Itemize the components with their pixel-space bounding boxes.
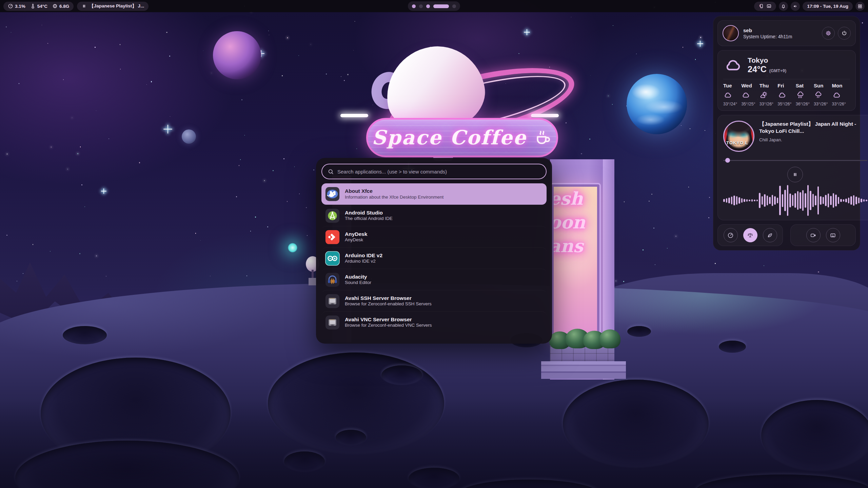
workspace-dot[interactable] (452, 4, 456, 8)
search-icon (328, 168, 334, 175)
app-name: AnyDesk (345, 231, 367, 237)
network-app-icon (325, 315, 340, 330)
workspace-dot[interactable] (426, 4, 430, 8)
clock-pill[interactable]: 17:09 - Tue, 19 Aug (803, 2, 853, 11)
album-art: TOKYO L (723, 121, 754, 152)
forecast-day: Fri35°/26° (777, 83, 795, 106)
performance-mode-button[interactable] (724, 228, 738, 242)
track-subtitle: Chill Japan. (759, 137, 867, 142)
app-row[interactable]: Avahi SSH Server BrowserBrowse for Zeroc… (321, 290, 547, 311)
screenshot-icon (830, 232, 836, 239)
forecast-temps: 33°/24° (723, 102, 737, 106)
app-row[interactable]: Arduino IDE v2Arduino IDE v2 (321, 247, 547, 269)
thermometer-icon (30, 3, 36, 9)
app-name: About Xfce (345, 188, 443, 194)
xfce-app-icon (325, 186, 340, 202)
notifications-button[interactable] (779, 2, 788, 11)
app-row[interactable]: Android StudioThe official Android IDE (321, 205, 547, 226)
app-description: Sound Editor (345, 280, 371, 286)
earth-planet (627, 74, 687, 134)
drizzle-icon (814, 90, 823, 100)
arduino-app-icon (325, 251, 340, 266)
workspace-dot[interactable] (419, 4, 423, 8)
search-box[interactable] (321, 164, 547, 179)
forecast-temps: 33°/26° (814, 102, 828, 106)
foreground-shadow (0, 400, 868, 488)
audacity-app-icon (325, 272, 340, 287)
audio-visualizer (723, 184, 867, 217)
app-name: Android Studio (345, 209, 393, 216)
cpu-temperature: 54°C (37, 4, 47, 9)
rain-icon (796, 90, 805, 100)
power-icon (841, 30, 847, 36)
app-row[interactable]: Avahi VNC Server BrowserBrowse for Zeroc… (321, 311, 547, 333)
search-input[interactable] (337, 169, 540, 175)
settings-button[interactable] (822, 27, 835, 40)
app-description: AnyDesk (345, 237, 367, 243)
bell-icon (781, 4, 786, 9)
top-bar: 3.1% 54°C 6.8G 【Japanese Playlist】 J... … (0, 0, 868, 12)
wallpaper-icon[interactable] (766, 3, 772, 9)
forecast-day-label: Thu (760, 83, 769, 88)
forecast-day: Sat36°/26° (796, 83, 814, 106)
screen-record-button[interactable] (806, 228, 821, 242)
app-row[interactable]: AudacitySound Editor (321, 269, 547, 290)
app-name: Avahi VNC Server Browser (345, 316, 432, 323)
seek-slider[interactable] (723, 158, 867, 163)
chip-icon (52, 3, 58, 9)
now-playing-label: 【Japanese Playlist】 J... (89, 3, 144, 9)
seek-slider-thumb[interactable] (725, 158, 730, 163)
window-neon-text: oon (551, 210, 597, 234)
screenshot-button[interactable] (826, 228, 840, 242)
track-title: 【Japanese Playlist】 Japan All Night - To… (759, 121, 867, 135)
forecast-day: Sun33°/26° (814, 83, 832, 106)
forecast-temps: 35°/26° (777, 102, 791, 106)
forecast-temps: 33°/26° (832, 102, 846, 106)
app-description: The official Android IDE (345, 216, 393, 222)
user-avatar (723, 25, 739, 41)
glowing-orb (288, 243, 298, 253)
app-name: Avahi SSH Server Browser (345, 295, 432, 301)
weather-forecast: Tue33°/24°Wed35°/25°Thu33°/26°Fri35°/26°… (723, 83, 850, 106)
star-sparkle (101, 188, 106, 194)
app-grid-button[interactable] (855, 2, 865, 11)
workspace-dot[interactable] (412, 4, 416, 8)
leaf-icon (767, 232, 773, 239)
workspace-active[interactable] (433, 4, 449, 8)
roof-light (531, 114, 559, 117)
play-pause-button[interactable] (787, 167, 803, 182)
clock-label: 17:09 - Tue, 19 Aug (807, 4, 848, 9)
app-description: Browse for Zeroconf-enabled VNC Servers (345, 323, 432, 328)
now-playing-pill[interactable]: 【Japanese Playlist】 J... (77, 2, 149, 11)
divider (723, 79, 850, 79)
forecast-day-label: Mon (832, 83, 843, 88)
power-button[interactable] (838, 27, 851, 40)
powersave-mode-button[interactable] (763, 228, 777, 242)
forecast-day: Wed35°/25° (741, 83, 759, 106)
forecast-day-label: Wed (741, 83, 752, 88)
weather-timezone: (GMT+9) (769, 68, 786, 73)
forecast-day-label: Sun (814, 83, 823, 88)
forecast-day-label: Tue (723, 83, 732, 88)
user-card: seb System Uptime: 4h11m (717, 20, 856, 46)
app-name: Audacity (345, 273, 371, 280)
shop-window: eshoonans (551, 184, 599, 340)
forecast-day: Thu33°/26° (760, 83, 777, 106)
balanced-mode-button[interactable] (743, 228, 757, 242)
android-studio-app-icon (325, 208, 340, 223)
app-row[interactable]: About XfceInformation about the Xfce Des… (321, 183, 547, 205)
apps-grid-icon (857, 4, 863, 9)
app-row[interactable]: AnyDeskAnyDesk (321, 226, 547, 247)
forecast-day-label: Sat (796, 83, 804, 88)
cloud-icon (723, 90, 732, 100)
star-sparkle (524, 29, 530, 35)
window-neon-text: ans (551, 234, 597, 258)
shop-steps (541, 361, 626, 379)
system-uptime: System Uptime: 4h11m (743, 34, 792, 39)
album-art-text: TOKYO L (726, 140, 748, 145)
weather-card: Tokyo 24°C (GMT+9) Tue33°/24°Wed35°/25°T… (717, 50, 856, 111)
sun-cloud-icon (760, 90, 769, 100)
phone-link-icon[interactable] (758, 3, 764, 9)
volume-button[interactable] (791, 2, 800, 11)
app-launcher: About XfceInformation about the Xfce Des… (316, 158, 552, 344)
